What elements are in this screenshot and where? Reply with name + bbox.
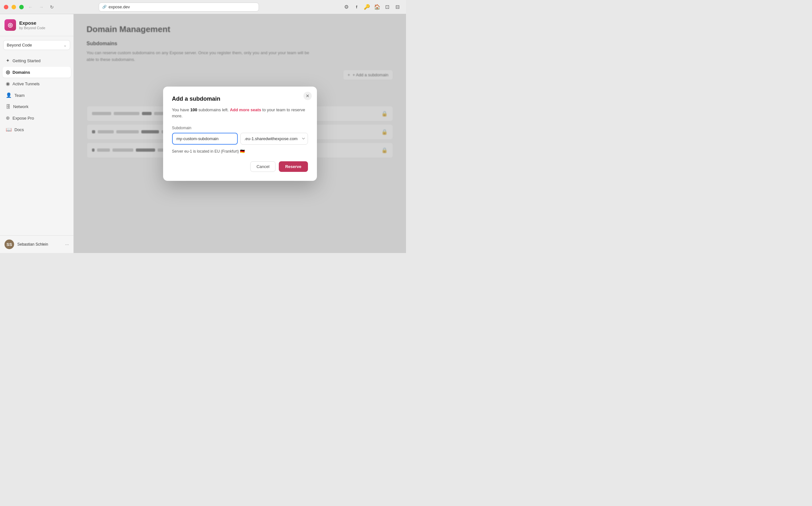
- tunnels-icon: ◉: [6, 81, 10, 87]
- team-icon: 👤: [6, 92, 12, 98]
- sidebar-item-docs[interactable]: 📖 Docs: [3, 124, 71, 135]
- team-name: Beyond Code: [7, 43, 32, 48]
- cancel-button[interactable]: Cancel: [250, 161, 275, 172]
- getting-started-icon: ✦: [6, 58, 10, 64]
- sidebar-item-label: Docs: [14, 127, 24, 132]
- sidebar: ◎ Expose by Beyond Code Beyond Code ⌄ ✦ …: [0, 14, 74, 253]
- sidebar-item-team[interactable]: 👤 Team: [3, 90, 71, 101]
- server-location: Server eu-1 is located in EU (Frankfurt)…: [172, 149, 308, 154]
- window-close[interactable]: [4, 5, 8, 9]
- app-subtitle: by Beyond Code: [19, 26, 45, 30]
- sidebar-item-label: Expose Pro: [12, 116, 34, 120]
- settings-icon[interactable]: ⚙: [342, 3, 351, 11]
- add-subdomain-modal: ✕ Add a subdomain You have 100 subdomain…: [163, 87, 317, 181]
- logo-icon: ◎: [8, 21, 13, 28]
- user-name: Sebastian Schlein: [17, 242, 62, 247]
- sidebar-item-label: Network: [13, 104, 28, 109]
- app-info: Expose by Beyond Code: [19, 20, 45, 30]
- sidebar-item-domains[interactable]: ◎ Domains: [3, 67, 71, 78]
- lock-icon: 🔗: [102, 5, 107, 9]
- main-content: Domain Management Subdomains You can res…: [74, 14, 406, 253]
- network-icon: 🗄: [6, 104, 11, 109]
- seats-info: You have 100 subdomains left. Add more s…: [172, 107, 308, 119]
- modal-actions: Cancel Reserve: [172, 161, 308, 172]
- window-minimize[interactable]: [11, 5, 16, 9]
- sidebar-item-label: Getting Started: [12, 58, 40, 63]
- sidebar-item-getting-started[interactable]: ✦ Getting Started: [3, 55, 71, 66]
- app-logo: ◎: [4, 19, 16, 31]
- domains-icon: ◎: [6, 69, 10, 75]
- sidebar-item-active-tunnels[interactable]: ◉ Active Tunnels: [3, 78, 71, 89]
- sidebar-nav: ✦ Getting Started ◎ Domains ◉ Active Tun…: [0, 54, 73, 235]
- app-name: Expose: [19, 20, 45, 26]
- chevron-down-icon: ⌄: [64, 43, 67, 48]
- sidebar-item-expose-pro[interactable]: ⊕ Expose Pro: [3, 112, 71, 123]
- docs-icon: 📖: [6, 126, 12, 133]
- close-icon: ✕: [306, 93, 310, 98]
- server-select[interactable]: .eu-1.sharedwithexpose.com .us-1.sharedw…: [240, 133, 308, 145]
- window-maximize[interactable]: [19, 5, 24, 9]
- subdomain-field-label: Subdomain: [172, 126, 308, 130]
- font-icon[interactable]: f: [352, 3, 361, 11]
- back-button[interactable]: ←: [26, 3, 34, 11]
- sidebar-item-label: Active Tunnels: [12, 81, 40, 86]
- sidebar-header: ◎ Expose by Beyond Code: [0, 14, 73, 36]
- reserve-button[interactable]: Reserve: [279, 161, 308, 172]
- extension-icon[interactable]: 🏠: [373, 3, 382, 11]
- team-selector[interactable]: Beyond Code ⌄: [3, 40, 70, 50]
- refresh-button[interactable]: ↻: [48, 3, 56, 11]
- forward-button[interactable]: →: [37, 3, 45, 11]
- url-text: expose.dev: [109, 4, 130, 9]
- sidebar-item-label: Team: [14, 93, 25, 98]
- sidebar-footer: SS Sebastian Schlein ···: [0, 235, 73, 253]
- modal-close-button[interactable]: ✕: [303, 92, 312, 100]
- add-seats-link[interactable]: Add more seats: [230, 107, 261, 112]
- seats-count: 100: [190, 107, 197, 112]
- expose-pro-icon: ⊕: [6, 115, 10, 121]
- browser-chrome: ← → ↻ 🔗 expose.dev ⚙ f 🔑 🏠 ⊡ ⊟: [0, 0, 406, 14]
- subdomain-input[interactable]: [172, 133, 238, 145]
- app-layout: ◎ Expose by Beyond Code Beyond Code ⌄ ✦ …: [0, 14, 406, 253]
- password-icon[interactable]: 🔑: [363, 3, 372, 11]
- sidebar-item-network[interactable]: 🗄 Network: [3, 101, 71, 112]
- subdomain-row: .eu-1.sharedwithexpose.com .us-1.sharedw…: [172, 133, 308, 145]
- modal-title: Add a subdomain: [172, 96, 308, 102]
- toolbar-icons: ⚙ f 🔑 🏠 ⊡ ⊟: [342, 3, 402, 11]
- window-controls: [4, 5, 24, 9]
- sidebar-toggle[interactable]: ⊟: [393, 3, 402, 11]
- modal-overlay: ✕ Add a subdomain You have 100 subdomain…: [74, 14, 406, 253]
- address-bar[interactable]: 🔗 expose.dev: [99, 3, 259, 11]
- avatar: SS: [4, 240, 14, 249]
- share-icon[interactable]: ⊡: [383, 3, 392, 11]
- user-menu-button[interactable]: ···: [65, 242, 69, 247]
- sidebar-item-label: Domains: [12, 70, 30, 75]
